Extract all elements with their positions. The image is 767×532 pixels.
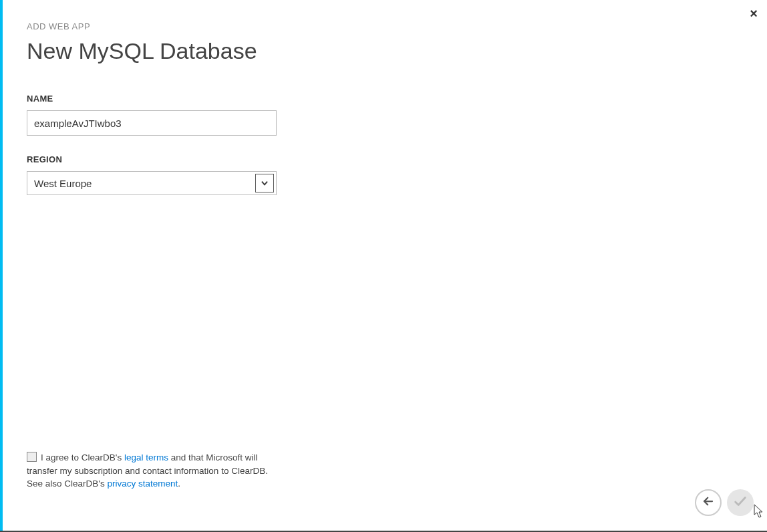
wizard-nav-buttons xyxy=(695,489,754,516)
privacy-statement-link[interactable]: privacy statement xyxy=(107,479,178,489)
legal-terms-link[interactable]: legal terms xyxy=(124,452,168,462)
consent-checkbox[interactable] xyxy=(27,452,37,462)
close-icon[interactable]: × xyxy=(750,7,758,20)
region-field-group: REGION West Europe xyxy=(27,154,740,195)
page-title: New MySQL Database xyxy=(27,38,740,64)
name-label: NAME xyxy=(27,94,740,104)
confirm-button[interactable] xyxy=(727,489,754,516)
name-input[interactable] xyxy=(27,110,277,136)
chevron-down-icon xyxy=(255,174,274,192)
region-select[interactable]: West Europe xyxy=(27,171,277,195)
back-button[interactable] xyxy=(695,489,722,516)
region-select-value: West Europe xyxy=(27,178,255,189)
region-label: REGION xyxy=(27,154,740,164)
arrow-left-icon xyxy=(702,495,714,510)
cursor-icon xyxy=(754,504,764,521)
consent-block: I agree to ClearDB's legal terms and tha… xyxy=(27,451,281,491)
dialog-content: ADD WEB APP New MySQL Database NAME REGI… xyxy=(0,0,767,195)
consent-text-suffix: . xyxy=(178,479,180,489)
accent-bar xyxy=(0,0,3,531)
checkmark-icon xyxy=(733,494,748,511)
name-field-group: NAME xyxy=(27,94,740,136)
breadcrumb: ADD WEB APP xyxy=(27,21,740,31)
consent-text-prefix: I agree to ClearDB's xyxy=(41,452,124,462)
